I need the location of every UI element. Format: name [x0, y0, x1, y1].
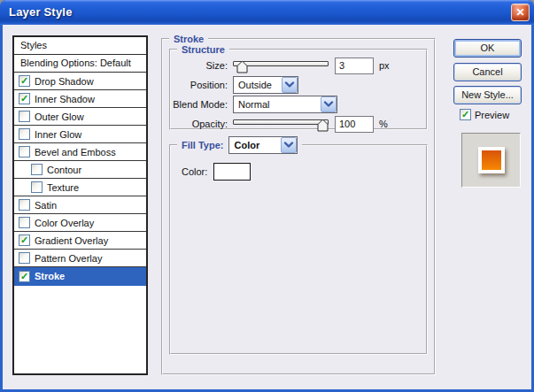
fill-type-dropdown[interactable]: Color	[228, 136, 298, 154]
opacity-unit: %	[379, 119, 388, 129]
style-checkbox[interactable]: ✓	[19, 75, 30, 87]
opacity-row: Opacity: %	[171, 114, 426, 134]
structure-group: Structure Size: px Position: Ou	[169, 44, 428, 130]
stroke-panel: Stroke Structure Size: px Position:	[161, 34, 436, 375]
preview-toggle[interactable]: ✓ Preview	[460, 109, 509, 120]
preview-stroked-square	[478, 147, 505, 173]
preview-checkbox[interactable]: ✓	[460, 109, 471, 120]
stroke-panel-title: Stroke	[169, 34, 208, 44]
opacity-slider-thumb[interactable]	[317, 119, 329, 132]
style-row-gradient-overlay[interactable]: ✓Gradient Overlay	[14, 232, 146, 250]
size-label: Size:	[171, 60, 228, 71]
preview-label: Preview	[475, 110, 509, 120]
style-label: Color Overlay	[35, 218, 94, 228]
style-row-satin[interactable]: Satin	[14, 196, 146, 214]
chevron-down-icon[interactable]	[321, 96, 337, 112]
dialog-body: Styles Blending Options: Default ✓Drop S…	[3, 25, 531, 389]
opacity-slider-track[interactable]	[233, 119, 329, 125]
close-button[interactable]: ✕	[511, 4, 530, 21]
styles-list-items: ✓Drop Shadow✓Inner ShadowOuter GlowInner…	[14, 73, 146, 286]
style-row-pattern-overlay[interactable]: Pattern Overlay	[14, 250, 146, 267]
style-label: Outer Glow	[35, 111, 84, 122]
style-row-outer-glow[interactable]: Outer Glow	[14, 108, 146, 126]
style-checkbox[interactable]	[31, 181, 43, 193]
style-label: Texture	[47, 182, 79, 193]
opacity-input[interactable]	[335, 116, 374, 133]
color-label: Color:	[182, 166, 207, 177]
size-input[interactable]	[335, 58, 374, 74]
style-row-inner-glow[interactable]: Inner Glow	[14, 126, 146, 143]
size-slider-thumb[interactable]	[236, 60, 248, 73]
style-preview-thumbnail	[461, 133, 521, 188]
fill-type-label: Fill Type:	[182, 140, 223, 150]
chevron-down-icon[interactable]	[281, 137, 297, 153]
blend-mode-dropdown[interactable]: Normal	[233, 96, 337, 113]
style-row-texture[interactable]: Texture	[14, 179, 146, 196]
style-checkbox[interactable]	[19, 111, 30, 122]
style-checkbox[interactable]: ✓	[19, 93, 30, 104]
opacity-slider[interactable]	[233, 117, 329, 132]
chevron-down-icon[interactable]	[282, 77, 298, 93]
color-row: Color:	[182, 163, 426, 181]
blend-mode-row: Blend Mode: Normal	[171, 95, 426, 114]
style-label: Pattern Overlay	[35, 253, 102, 264]
style-checkbox[interactable]	[19, 199, 30, 211]
position-row: Position: Outside	[171, 75, 426, 95]
titlebar[interactable]: Layer Style ✕	[0, 0, 534, 25]
style-checkbox[interactable]: ✓	[19, 271, 30, 282]
style-checkbox[interactable]: ✓	[19, 234, 30, 246]
blending-options-row[interactable]: Blending Options: Default	[14, 55, 146, 73]
style-checkbox[interactable]	[19, 252, 30, 264]
cancel-button[interactable]: Cancel	[453, 63, 522, 81]
style-row-color-overlay[interactable]: Color Overlay	[14, 214, 146, 232]
style-row-stroke[interactable]: ✓Stroke	[14, 267, 146, 286]
style-label: Bevel and Emboss	[35, 147, 116, 158]
window-title: Layer Style	[0, 0, 73, 24]
style-label: Inner Shadow	[35, 94, 95, 104]
style-label: Contour	[47, 165, 81, 175]
layer-style-dialog: Layer Style ✕ Styles Blending Options: D…	[0, 0, 534, 392]
position-dropdown[interactable]: Outside	[233, 76, 298, 94]
new-style-button[interactable]: New Style...	[453, 86, 522, 104]
structure-group-title: Structure	[177, 44, 229, 55]
styles-list: Styles Blending Options: Default ✓Drop S…	[12, 35, 148, 375]
position-label: Position:	[171, 80, 228, 90]
size-slider[interactable]	[233, 58, 329, 73]
position-value: Outside	[234, 80, 282, 90]
style-label: Drop Shadow	[35, 76, 94, 87]
fill-type-group: Fill Type: Color Color:	[169, 136, 428, 355]
style-checkbox[interactable]	[19, 146, 30, 158]
style-row-inner-shadow[interactable]: ✓Inner Shadow	[14, 90, 146, 108]
blend-mode-label: Blend Mode:	[171, 99, 228, 110]
style-checkbox[interactable]	[19, 217, 30, 228]
opacity-label: Opacity:	[171, 119, 228, 129]
style-row-drop-shadow[interactable]: ✓Drop Shadow	[14, 73, 146, 90]
fill-type-legend: Fill Type: Color	[177, 136, 302, 154]
fill-color-swatch[interactable]	[213, 163, 251, 181]
fill-type-value: Color	[229, 140, 281, 150]
style-checkbox[interactable]	[19, 128, 30, 140]
style-label: Gradient Overlay	[35, 235, 108, 246]
blend-mode-value: Normal	[234, 99, 321, 110]
style-label: Satin	[35, 200, 57, 211]
style-row-contour[interactable]: Contour	[14, 161, 146, 179]
ok-button[interactable]: OK	[453, 39, 522, 58]
style-checkbox[interactable]	[31, 164, 43, 175]
style-label: Stroke	[35, 271, 65, 281]
styles-list-header: Styles	[14, 37, 146, 55]
size-unit: px	[379, 60, 390, 71]
style-label: Inner Glow	[35, 129, 81, 140]
size-row: Size: px	[171, 56, 426, 75]
style-row-bevel-and-emboss[interactable]: Bevel and Emboss	[14, 143, 146, 161]
